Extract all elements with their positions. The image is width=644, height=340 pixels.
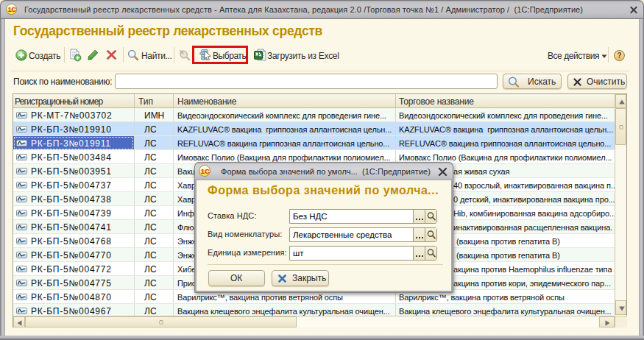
- svg-text:1С: 1С: [201, 167, 210, 175]
- svg-text:?: ?: [618, 52, 622, 60]
- svg-text:1С: 1С: [8, 6, 17, 13]
